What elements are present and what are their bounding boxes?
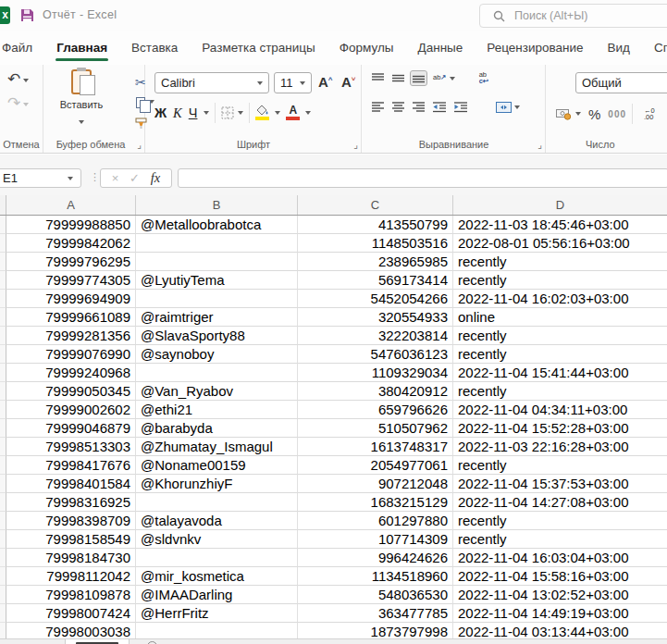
- column-header[interactable]: A: [6, 195, 136, 215]
- accounting-format-button[interactable]: [556, 108, 572, 120]
- cell[interactable]: @sldvnkv: [136, 530, 298, 549]
- cell[interactable]: 79998112042: [6, 567, 136, 586]
- cell[interactable]: 380420912: [298, 382, 453, 401]
- cell[interactable]: @ethi21: [136, 401, 298, 419]
- cell[interactable]: 2022-11-03 22:16:28+03:00: [453, 438, 667, 456]
- enter-icon[interactable]: ✓: [130, 171, 140, 185]
- grow-font-button[interactable]: A˄: [318, 74, 333, 90]
- cell[interactable]: 79998158549: [6, 530, 136, 549]
- cell[interactable]: @Metalloobrabotca: [136, 216, 298, 234]
- cell[interactable]: 79998513303: [6, 438, 136, 456]
- wrap-text-button[interactable]: abc↩: [479, 72, 488, 84]
- cell[interactable]: 2022-11-04 16:03:04+03:00: [453, 549, 667, 567]
- redo-button[interactable]: ↷: [7, 93, 29, 113]
- accounting-chevron-icon[interactable]: [575, 112, 581, 116]
- font-color-button[interactable]: A: [286, 105, 300, 120]
- cell[interactable]: @Van_Ryabov: [136, 382, 298, 401]
- cell[interactable]: 2022-11-04 15:52:28+03:00: [453, 419, 667, 438]
- undo-button[interactable]: ↶: [7, 69, 29, 89]
- fill-color-button[interactable]: [255, 105, 269, 120]
- cell[interactable]: 601297880: [298, 512, 453, 530]
- cell[interactable]: 1109329034: [298, 364, 453, 382]
- cell[interactable]: 1148503516: [298, 234, 453, 253]
- borders-chevron-icon[interactable]: [238, 111, 243, 115]
- cell[interactable]: 569173414: [298, 271, 453, 290]
- cell[interactable]: 2022-11-03 18:45:46+03:00: [453, 216, 667, 234]
- ribbon-tab[interactable]: Вид: [596, 32, 642, 63]
- cell[interactable]: 79999046879: [6, 419, 136, 438]
- cell[interactable]: 548036530: [298, 586, 453, 604]
- comma-style-button[interactable]: 000: [608, 109, 626, 119]
- active-sheet-tab[interactable]: [65, 639, 130, 644]
- underline-chevron-icon[interactable]: [204, 111, 209, 115]
- ribbon-tab[interactable]: Вставка: [119, 32, 190, 63]
- cell[interactable]: recently: [453, 345, 667, 364]
- align-center-button[interactable]: [392, 102, 404, 113]
- cell[interactable]: 2022-11-04 16:02:03+03:00: [453, 290, 667, 308]
- cell[interactable]: 907212048: [298, 475, 453, 493]
- save-icon[interactable]: [20, 8, 34, 22]
- cell[interactable]: @HerrFritz: [136, 604, 298, 623]
- decrease-indent-button[interactable]: [433, 102, 446, 113]
- insert-function-icon[interactable]: fx: [151, 170, 160, 186]
- cell[interactable]: 1683215129: [298, 493, 453, 512]
- fill-color-chevron-icon[interactable]: [275, 111, 280, 115]
- cell[interactable]: 79999842062: [6, 234, 136, 253]
- cell[interactable]: @mir_kosmetica: [136, 567, 298, 586]
- cell[interactable]: recently: [453, 456, 667, 475]
- cell[interactable]: [136, 234, 298, 253]
- cell[interactable]: 363477785: [298, 604, 453, 623]
- cell[interactable]: recently: [453, 327, 667, 345]
- cell[interactable]: 2022-11-04 15:58:16+03:00: [453, 567, 667, 586]
- paste-button[interactable]: Вставить: [57, 69, 105, 130]
- merge-center-button[interactable]: [496, 102, 512, 113]
- ribbon-tab[interactable]: Данные: [406, 32, 476, 63]
- cell[interactable]: @IMAADarling: [136, 586, 298, 604]
- shrink-font-button[interactable]: A˅: [341, 74, 356, 90]
- cell[interactable]: 79999694909: [6, 290, 136, 308]
- underline-button[interactable]: Ч: [189, 105, 198, 120]
- cell[interactable]: 659796626: [298, 401, 453, 419]
- column-header[interactable]: C: [298, 195, 453, 215]
- cell[interactable]: 79998109878: [6, 586, 136, 604]
- align-bottom-button[interactable]: [411, 71, 426, 85]
- column-header[interactable]: D: [453, 195, 667, 215]
- cell[interactable]: 79999774305: [6, 271, 136, 290]
- font-name-combobox[interactable]: Calibri: [154, 72, 269, 93]
- ribbon-tab[interactable]: Справка: [642, 32, 667, 63]
- align-left-button[interactable]: [372, 102, 384, 113]
- cell[interactable]: 79998316925: [6, 493, 136, 512]
- merge-center-chevron-icon[interactable]: [514, 105, 520, 109]
- cell[interactable]: @KhorunzhiyF: [136, 475, 298, 493]
- alignment-dialog-launcher[interactable]: ⌟: [537, 141, 542, 150]
- cell[interactable]: 79999240968: [6, 364, 136, 382]
- cell[interactable]: 5452054266: [298, 290, 453, 308]
- cell[interactable]: @barabyda: [136, 419, 298, 438]
- cell[interactable]: 510507962: [298, 419, 453, 438]
- cell[interactable]: [136, 549, 298, 567]
- cell[interactable]: recently: [453, 382, 667, 401]
- bold-button[interactable]: Ж: [154, 105, 167, 120]
- increase-indent-button[interactable]: [454, 102, 467, 113]
- cell[interactable]: 79998417676: [6, 456, 136, 475]
- cell[interactable]: recently: [453, 512, 667, 530]
- cell[interactable]: @SlavaSporty88: [136, 327, 298, 345]
- cell[interactable]: 79998184730: [6, 549, 136, 567]
- cell[interactable]: recently: [453, 530, 667, 549]
- cell[interactable]: 107714309: [298, 530, 453, 549]
- name-box-chevron-icon[interactable]: [68, 177, 73, 180]
- cell[interactable]: 2022-11-04 15:41:44+03:00: [453, 364, 667, 382]
- borders-button[interactable]: [221, 106, 234, 119]
- align-right-button[interactable]: [413, 102, 425, 113]
- ribbon-tab[interactable]: Главная: [44, 32, 119, 63]
- align-middle-button[interactable]: [392, 73, 404, 83]
- cell[interactable]: 238965985: [298, 253, 453, 271]
- cell[interactable]: 2054977061: [298, 456, 453, 475]
- cell[interactable]: 2022-11-04 14:27:08+03:00: [453, 493, 667, 512]
- cell[interactable]: 322203814: [298, 327, 453, 345]
- cell[interactable]: [136, 364, 298, 382]
- cell[interactable]: 996424626: [298, 549, 453, 567]
- cell[interactable]: 79998398709: [6, 512, 136, 530]
- search-box[interactable]: Поиск (Alt+Ы): [479, 4, 667, 28]
- name-box[interactable]: E1: [0, 168, 81, 188]
